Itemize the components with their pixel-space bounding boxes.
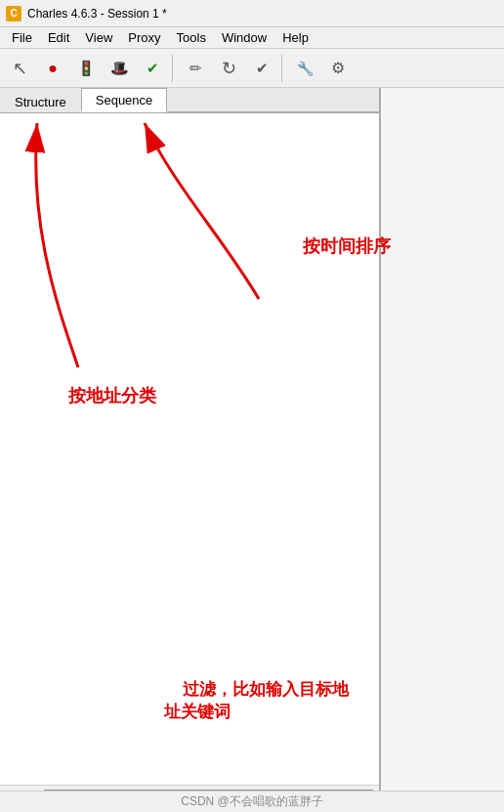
title-bar: C Charles 4.6.3 - Session 1 * [0,0,504,27]
toolbar-record[interactable] [37,53,68,84]
record-icon [48,60,58,77]
toolbar-breakpoints[interactable]: 🎩 [104,53,135,84]
watermark: CSDN @不会唱歌的蓝胖子 [0,791,504,812]
toolbar-validate[interactable]: ✔ [246,53,277,84]
throttle-icon: 🚦 [77,60,96,77]
menu-window[interactable]: Window [214,27,274,48]
main-layout: Structure Sequence [0,88,504,812]
toolbar-repeat[interactable]: ↻ [213,53,244,84]
toolbar-throttle[interactable]: 🚦 [70,53,102,84]
hat-icon: 🎩 [110,60,129,77]
wrench-icon: 🔧 [297,61,314,76]
menu-tools[interactable]: Tools [169,27,214,48]
tab-sequence[interactable]: Sequence [81,88,168,112]
toolbar: 🚦 🎩 ✔ ✏ ↻ ✔ 🔧 ⚙ [0,49,504,88]
right-panel [381,88,504,812]
toolbar-separator-2 [281,55,285,82]
annotation-address: 按地址分类 [29,363,156,431]
toolbar-enable-breakpoints[interactable]: ✔ [137,53,168,84]
menu-help[interactable]: Help [274,27,316,48]
cursor-icon [13,58,27,79]
toolbar-compose[interactable]: ✏ [180,53,211,84]
pencil-icon: ✏ [189,60,202,77]
menu-edit[interactable]: Edit [40,27,77,48]
title-bar-text: Charles 4.6.3 - Session 1 * [27,7,167,21]
watermark-text: CSDN @不会唱歌的蓝胖子 [181,793,323,810]
check-circle-icon: ✔ [147,60,159,77]
menu-proxy[interactable]: Proxy [120,27,168,48]
menu-view[interactable]: View [77,27,120,48]
toolbar-cursor[interactable] [4,53,35,84]
tabs-bar: Structure Sequence [0,88,379,113]
refresh-icon: ↻ [222,58,236,79]
menu-file[interactable]: File [4,27,40,48]
toolbar-separator-1 [172,55,176,82]
menu-bar: File Edit View Proxy Tools Window Help [0,27,504,49]
tab-structure[interactable]: Structure [0,90,81,112]
gear-icon: ⚙ [331,59,345,77]
tick-icon: ✔ [256,60,269,77]
toolbar-tools[interactable]: 🔧 [289,53,320,84]
panel-content: 按地址分类 [0,113,379,785]
app-icon: C [6,6,21,21]
toolbar-settings[interactable]: ⚙ [322,53,354,84]
left-panel: Structure Sequence [0,88,381,812]
